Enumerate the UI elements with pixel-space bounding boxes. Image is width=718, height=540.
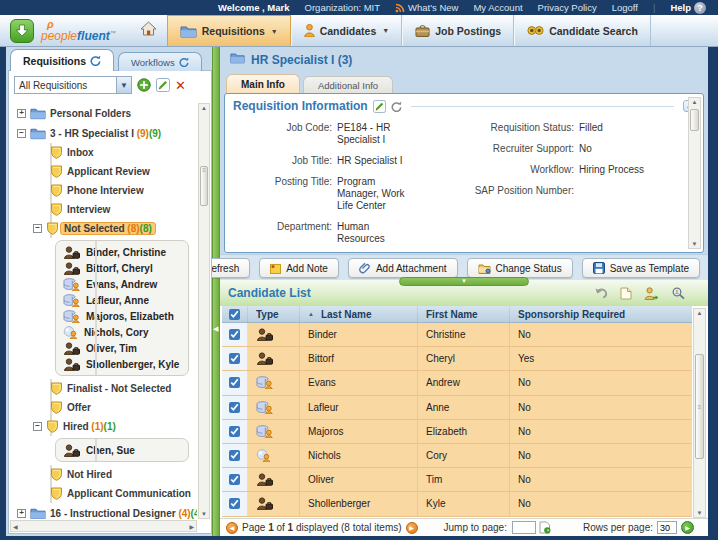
tree-candidate-item[interactable]: Evans, Andrew [63, 276, 181, 292]
row-checkbox[interactable] [229, 377, 240, 388]
apply-rows-button[interactable]: ▶ [681, 521, 694, 534]
nav-tab-requisitions[interactable]: Requisitions ▼ [167, 15, 291, 46]
tree-candidate-item[interactable]: Oliver, Tim [63, 340, 181, 356]
tree-node[interactable]: −Not Selected (8)(8) [11, 219, 197, 238]
scroll-left-arrow-icon[interactable]: ◀ [13, 523, 18, 530]
edit-icon[interactable] [373, 100, 386, 113]
candidate-row[interactable]: Majoros Elizabeth No [222, 420, 692, 444]
column-first-name[interactable]: First Name [418, 306, 510, 322]
nav-tab-candidate-search[interactable]: Candidate Search [514, 15, 651, 46]
scroll-down-arrow-icon[interactable]: ▼ [689, 241, 700, 247]
tree-node[interactable]: −Hired (1)(1) [11, 417, 197, 436]
change-status-button[interactable]: Change Status [467, 258, 573, 278]
candidate-row[interactable]: Evans Andrew No [222, 371, 692, 395]
tree-candidate-item[interactable]: Bittorf, Cheryl [63, 260, 181, 276]
next-page-button[interactable]: ▶ [406, 522, 418, 534]
panel-splitter-handle[interactable]: ▼ [399, 277, 529, 286]
tree-candidate-item[interactable]: Binder, Christine [63, 244, 181, 260]
tree-candidate-item[interactable]: Shollenberger, Kyle [63, 356, 181, 372]
refresh-icon[interactable] [90, 55, 101, 66]
help-link[interactable]: Help ? [670, 2, 706, 14]
tree-node[interactable]: Phone Interview [11, 181, 197, 200]
topbar-link[interactable]: Privacy Policy [538, 2, 597, 13]
tree-candidate-item[interactable]: Majoros, Elizabeth [63, 308, 181, 324]
candidate-row[interactable]: Lafleur Anne No [222, 396, 692, 420]
nav-tab-job-postings[interactable]: Job Postings [402, 15, 514, 46]
tree-node[interactable]: Finalist - Not Selected [11, 379, 197, 398]
scroll-down-arrow-icon[interactable]: ▼ [199, 511, 209, 517]
save-as-template-button[interactable]: Save as Template [582, 258, 700, 278]
tree-node[interactable]: Inbox [11, 143, 197, 162]
tab-workflows[interactable]: Workflows [118, 52, 202, 71]
row-checkbox[interactable] [229, 426, 240, 437]
tree-candidate-item[interactable]: Nichols, Cory [63, 324, 181, 340]
row-checkbox[interactable] [229, 498, 240, 509]
tree-horizontal-scrollbar[interactable]: ◀ ▶ [10, 520, 197, 532]
previous-page-button[interactable]: ◀ [226, 522, 238, 534]
go-to-page-icon[interactable] [539, 521, 551, 534]
tree-vertical-scrollbar[interactable]: ▲ ≡ ▼ [198, 103, 210, 519]
tree-expander-plus[interactable]: + [17, 509, 26, 518]
edit-button[interactable] [156, 78, 170, 92]
candidate-row[interactable]: Binder Christine No [222, 323, 692, 347]
tree-candidate-item[interactable]: Lafleur, Anne [63, 292, 181, 308]
tree-candidate-item[interactable]: Chen, Sue [63, 442, 181, 458]
refresh-icon[interactable] [179, 57, 189, 67]
scroll-up-arrow-icon[interactable]: ▲ [689, 99, 700, 105]
tree-node[interactable]: Applicant Communication [11, 484, 197, 503]
add-attachment-button[interactable]: Add Attachment [348, 258, 458, 278]
tree-expander-minus[interactable]: − [33, 422, 42, 431]
new-page-icon[interactable] [620, 287, 632, 300]
scroll-up-arrow-icon[interactable]: ▲ [199, 105, 209, 111]
row-checkbox[interactable] [229, 474, 240, 485]
tree-node[interactable]: +16 - Instructional Designer (4)(4) [11, 503, 197, 519]
candidate-scrollbar-thumb[interactable]: ≡ [695, 354, 704, 459]
row-checkbox[interactable] [229, 402, 240, 413]
tree-node[interactable]: Interview [11, 200, 197, 219]
tab-main-info[interactable]: Main Info [226, 74, 300, 93]
tab-additional-info[interactable]: Additional Info [303, 76, 393, 93]
column-last-name[interactable]: ▲Last Name [300, 306, 418, 322]
delete-button[interactable]: ✕ [175, 79, 186, 92]
undo-icon[interactable] [594, 287, 608, 300]
row-checkbox[interactable] [229, 450, 240, 461]
candidate-row[interactable]: Nichols Cory No [222, 444, 692, 468]
person-export-icon[interactable] [644, 287, 659, 300]
scroll-right-arrow-icon[interactable]: ▶ [189, 523, 194, 530]
row-checkbox[interactable] [229, 353, 240, 364]
candidate-row[interactable]: Shollenberger Kyle No [222, 492, 692, 516]
tree-expander-minus[interactable]: − [33, 224, 42, 233]
jump-to-page-input[interactable] [512, 521, 536, 534]
add-note-button[interactable]: Add Note [259, 258, 339, 278]
tree-node[interactable]: Offer [11, 398, 197, 417]
requisition-scrollbar-thumb[interactable] [690, 109, 699, 131]
candidate-search-icon[interactable] [671, 287, 686, 300]
tree-expander-minus[interactable]: − [17, 129, 26, 138]
select-all-checkbox[interactable] [229, 309, 240, 320]
candidate-row[interactable]: Oliver Tim No [222, 468, 692, 492]
requisition-filter-select[interactable]: All Requisitions ▼ [14, 76, 132, 94]
column-type[interactable]: Type [248, 306, 300, 322]
add-button[interactable] [137, 78, 151, 92]
nav-tab-candidates[interactable]: Candidates ▼ [291, 15, 403, 46]
scroll-up-arrow-icon[interactable]: ▲ [694, 310, 705, 316]
whats-new-link[interactable]: What's New [395, 2, 458, 13]
rows-per-page-input[interactable] [657, 521, 677, 534]
candidate-table-scrollbar[interactable]: ▲ ≡ ▼ [693, 308, 706, 518]
tree-node[interactable]: +Personal Folders [11, 103, 197, 123]
tab-requisitions[interactable]: Requisitions [10, 49, 114, 71]
row-checkbox[interactable] [229, 329, 240, 340]
sidebar-splitter[interactable]: ◀ [212, 47, 220, 536]
topbar-link[interactable]: My Account [473, 2, 522, 13]
home-button[interactable] [130, 15, 167, 46]
tree-scrollbar-thumb[interactable]: ≡ [200, 166, 208, 206]
tree-node[interactable]: Not Hired [11, 465, 197, 484]
scroll-down-arrow-icon[interactable]: ▼ [694, 510, 705, 516]
tree-node[interactable]: −3 - HR Specialist I (9)(9) [11, 123, 197, 143]
column-sponsorship[interactable]: Sponsorship Required [510, 306, 692, 322]
topbar-link[interactable]: Logoff [612, 2, 638, 13]
candidate-row[interactable]: Bittorf Cheryl Yes [222, 347, 692, 371]
tree-expander-plus[interactable]: + [17, 109, 26, 118]
tree-node[interactable]: Applicant Review [11, 162, 197, 181]
refresh-icon[interactable] [391, 101, 402, 112]
